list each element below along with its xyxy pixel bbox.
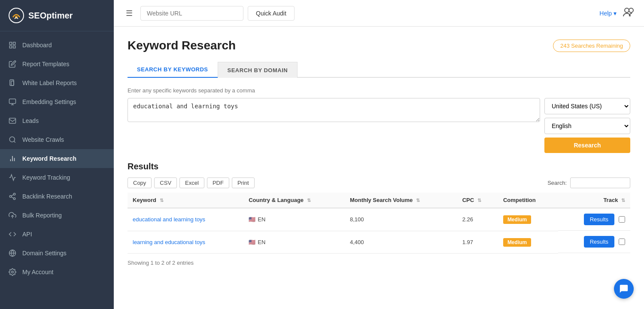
sort-icon: ⇅ [477, 198, 481, 203]
sidebar-item-label: Keyword Research [22, 155, 76, 162]
help-button[interactable]: Help ▾ [599, 10, 617, 17]
sidebar-item-keyword-research[interactable]: Keyword Research [0, 149, 114, 168]
tab-search-by-domain[interactable]: SEARCH BY DOMAIN [218, 62, 298, 78]
cell-monthly-search-volume: 8,100 [345, 208, 457, 231]
results-title: Results [128, 162, 630, 171]
pdf-button[interactable]: PDF [207, 177, 229, 188]
sidebar-item-api[interactable]: API [0, 225, 114, 244]
sidebar-item-embedding-settings[interactable]: Embedding Settings [0, 92, 114, 111]
language-select[interactable]: English Spanish French German [544, 118, 630, 134]
svg-rect-2 [9, 42, 12, 44]
svg-point-22 [12, 271, 14, 273]
csv-button[interactable]: CSV [154, 177, 177, 188]
table-search: Search: [547, 177, 630, 188]
table-row: learning and educational toys 🇺🇸 EN 4,40… [128, 231, 630, 253]
cell-monthly-search-volume: 4,400 [345, 231, 457, 253]
page-title: Keyword Research [128, 39, 236, 52]
excel-button[interactable]: Excel [179, 177, 204, 188]
keyword-link[interactable]: educational and learning toys [133, 216, 205, 223]
sidebar-item-dashboard[interactable]: Dashboard [0, 36, 114, 55]
table-actions: Copy CSV Excel PDF Print Search: [128, 177, 630, 188]
search-hint: Enter any specific keywords separated by… [128, 87, 630, 94]
svg-rect-7 [11, 81, 14, 86]
searches-remaining-badge: 243 Searches Remaining [553, 40, 630, 52]
svg-point-10 [9, 137, 15, 142]
sidebar-item-backlink-research[interactable]: Backlink Research [0, 187, 114, 206]
flag-icon: 🇺🇸 [249, 239, 255, 245]
svg-point-15 [9, 196, 12, 198]
sidebar-item-domain-settings[interactable]: Domain Settings [0, 244, 114, 263]
sidebar-nav: Dashboard Report Templates White Label R… [0, 31, 114, 309]
sidebar: SEOptimer Dashboard Report Templates Whi… [0, 0, 114, 309]
track-checkbox-row1[interactable] [619, 239, 625, 245]
track-checkbox-row0[interactable] [619, 216, 625, 223]
sidebar-item-label: API [22, 231, 32, 238]
url-input[interactable] [140, 6, 243, 21]
country-select[interactable]: United States (US) United Kingdom (UK) C… [544, 98, 630, 114]
sidebar-item-label: My Account [22, 269, 53, 275]
cell-track: Results [558, 208, 630, 231]
sort-icon: ⇅ [416, 198, 420, 203]
th-track: Track ⇅ [558, 193, 630, 208]
cell-country-lang: 🇺🇸 EN [243, 208, 345, 231]
tab-row: SEARCH BY KEYWORDS SEARCH BY DOMAIN [128, 62, 630, 78]
svg-line-18 [11, 195, 13, 196]
svg-point-0 [9, 8, 24, 23]
svg-rect-6 [10, 80, 14, 86]
sidebar-item-label: Backlink Research [22, 193, 72, 200]
sidebar-item-label: Bulk Reporting [22, 212, 62, 219]
search-label: Search: [547, 180, 567, 186]
sidebar-item-label: Domain Settings [22, 250, 67, 257]
research-button[interactable]: Research [544, 138, 630, 153]
th-competition: Competition [498, 193, 558, 208]
logo: SEOptimer [0, 0, 114, 31]
sidebar-item-label: Embedding Settings [22, 98, 76, 105]
keyword-link[interactable]: learning and educational toys [133, 239, 205, 245]
sidebar-item-report-templates[interactable]: Report Templates [0, 55, 114, 73]
tab-search-by-keywords[interactable]: SEARCH BY KEYWORDS [128, 62, 218, 78]
sort-icon: ⇅ [621, 198, 625, 203]
svg-point-24 [629, 8, 633, 12]
th-cpc: CPC ⇅ [457, 193, 498, 208]
user-avatar-icon[interactable] [623, 5, 635, 21]
sidebar-item-website-crawls[interactable]: Website Crawls [0, 130, 114, 149]
table-search-input[interactable] [570, 177, 630, 188]
logo-text: SEOptimer [28, 11, 73, 21]
table-header-row: Keyword ⇅ Country & Language ⇅ Monthly S… [128, 193, 630, 208]
sidebar-item-label: Leads [22, 117, 39, 124]
cell-competition: Medium [498, 231, 558, 253]
results-button-row0[interactable]: Results [584, 214, 614, 225]
cell-keyword: educational and learning toys [128, 208, 243, 231]
hamburger-button[interactable]: ☰ [122, 7, 136, 20]
sidebar-item-bulk-reporting[interactable]: Bulk Reporting [0, 206, 114, 225]
sidebar-item-label: Website Crawls [22, 136, 64, 143]
competition-badge: Medium [503, 215, 531, 224]
svg-rect-4 [9, 46, 12, 48]
copy-button[interactable]: Copy [128, 177, 152, 188]
results-button-row1[interactable]: Results [584, 236, 614, 248]
th-keyword: Keyword ⇅ [128, 193, 243, 208]
page-header: Keyword Research 243 Searches Remaining [128, 39, 630, 52]
svg-rect-9 [9, 118, 16, 123]
keyword-textarea[interactable]: educational and learning toys [128, 98, 540, 122]
sidebar-item-label: Dashboard [22, 42, 52, 49]
sidebar-item-keyword-tracking[interactable]: Keyword Tracking [0, 168, 114, 187]
topbar: ☰ Quick Audit Help ▾ [114, 0, 644, 27]
quick-audit-button[interactable]: Quick Audit [248, 6, 295, 21]
svg-line-17 [11, 197, 13, 198]
print-button[interactable]: Print [232, 177, 255, 188]
sidebar-item-label: Report Templates [22, 61, 69, 67]
sidebar-item-label: White Label Reports [22, 80, 77, 86]
sidebar-item-label: Keyword Tracking [22, 174, 70, 181]
cell-competition: Medium [498, 208, 558, 231]
search-controls: United States (US) United Kingdom (UK) C… [544, 98, 630, 153]
svg-rect-8 [9, 99, 16, 104]
results-table: Keyword ⇅ Country & Language ⇅ Monthly S… [128, 193, 630, 254]
flag-icon: 🇺🇸 [249, 216, 255, 223]
svg-point-16 [13, 198, 15, 200]
cell-keyword: learning and educational toys [128, 231, 243, 253]
sidebar-item-leads[interactable]: Leads [0, 111, 114, 130]
sidebar-item-white-label-reports[interactable]: White Label Reports [0, 73, 114, 92]
sidebar-item-my-account[interactable]: My Account [0, 263, 114, 281]
chat-bubble[interactable] [614, 279, 634, 299]
